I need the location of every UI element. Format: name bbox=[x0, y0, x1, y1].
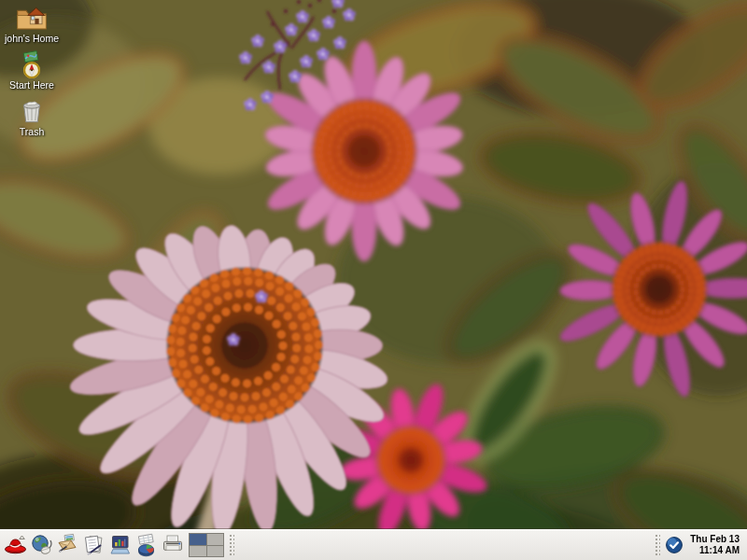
start-here-compass-icon bbox=[17, 50, 47, 78]
globe-mouse-icon bbox=[30, 533, 54, 558]
workspace-3[interactable] bbox=[190, 546, 206, 557]
spreadsheet-launcher[interactable] bbox=[134, 531, 160, 559]
main-menu-button[interactable] bbox=[3, 531, 29, 559]
desktop-icon-johns-home[interactable]: john's Home bbox=[2, 4, 62, 44]
update-notification-icon[interactable] bbox=[663, 534, 685, 556]
clock-time: 11:14 AM bbox=[699, 545, 740, 556]
notification-area-handle[interactable] bbox=[654, 533, 660, 557]
documents-pen-icon bbox=[82, 533, 106, 558]
desktop-icon-label: Trash bbox=[20, 127, 44, 137]
desktop-icon-column: john's Home Start Here bbox=[2, 4, 62, 137]
envelope-pen-icon bbox=[56, 533, 80, 558]
workspace-4[interactable] bbox=[207, 546, 224, 557]
wallpaper-image bbox=[0, 0, 747, 560]
printer-icon bbox=[161, 533, 185, 558]
word-processor-launcher[interactable] bbox=[81, 531, 107, 559]
desktop-icon-label: john's Home bbox=[5, 34, 59, 44]
workspace-2[interactable] bbox=[207, 534, 224, 545]
clock-applet[interactable]: Thu Feb 13 11:14 AM bbox=[686, 534, 744, 556]
trash-can-icon bbox=[18, 97, 46, 125]
blue-check-icon bbox=[664, 535, 684, 555]
bar-chart-screen-icon bbox=[108, 533, 133, 558]
desktop-icon-trash[interactable]: Trash bbox=[2, 97, 62, 137]
email-launcher[interactable] bbox=[55, 531, 81, 559]
red-hat-icon bbox=[4, 533, 28, 558]
bottom-panel: Thu Feb 13 11:14 AM bbox=[0, 529, 747, 560]
pie-chart-sheet-icon bbox=[134, 533, 159, 558]
home-folder-icon bbox=[16, 4, 48, 32]
panel-spacer bbox=[236, 530, 652, 560]
presentation-launcher[interactable] bbox=[107, 531, 134, 559]
workspace-1[interactable] bbox=[190, 534, 206, 545]
panel-drag-handle[interactable] bbox=[228, 533, 234, 557]
clock-date: Thu Feb 13 bbox=[690, 534, 740, 545]
desktop-icon-label: Start Here bbox=[9, 80, 54, 91]
printer-launcher[interactable] bbox=[160, 531, 186, 559]
workspace-switcher bbox=[189, 533, 224, 557]
web-browser-launcher[interactable] bbox=[29, 531, 55, 559]
desktop-icon-start-here[interactable]: Start Here bbox=[2, 50, 62, 91]
